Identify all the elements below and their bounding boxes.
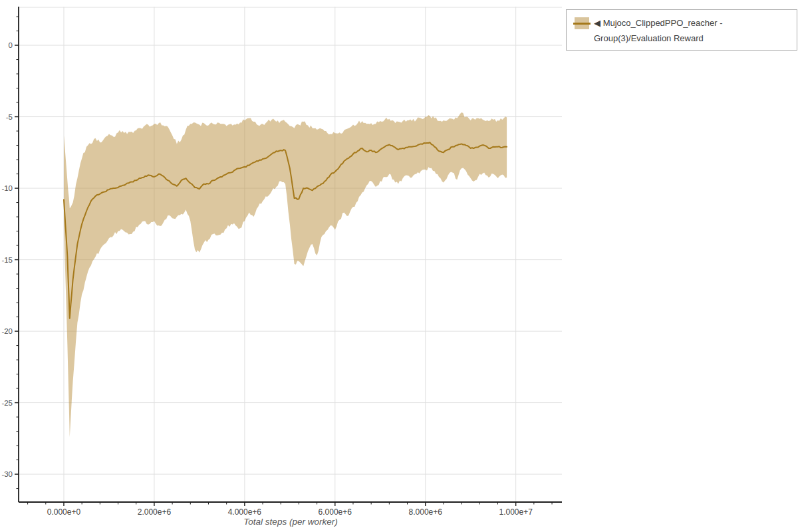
y-tick-label: -20 [1, 327, 13, 335]
legend-label-text: Mujoco_ClippedPPO_reacher - Group(3)/Eva… [594, 18, 723, 43]
x-tick-label: 8.000e+6 [409, 507, 443, 517]
legend-label: ◀ Mujoco_ClippedPPO_reacher - Group(3)/E… [594, 15, 791, 46]
y-tick-labels: 0-5-10-15-20-25-30 [1, 41, 13, 478]
x-grid [64, 7, 516, 502]
legend-collapse-icon: ◀ [594, 18, 600, 28]
x-tick-labels: 0.000e+02.000e+64.000e+66.000e+68.000e+6… [47, 507, 533, 517]
x-axis-title: Total steps (per worker) [243, 517, 337, 527]
x-tick-label: 1.000e+7 [499, 507, 533, 517]
y-tick-label: -10 [1, 184, 13, 192]
legend-line-sample [573, 23, 591, 25]
legend[interactable]: ◀ Mujoco_ClippedPPO_reacher - Group(3)/E… [566, 9, 797, 51]
x-tick-label: 2.000e+6 [138, 507, 172, 517]
axes [19, 7, 562, 502]
y-tick-label: -30 [1, 470, 13, 478]
ticks [15, 17, 552, 506]
plot-area: 0-5-10-15-20-25-300.000e+02.000e+64.000e… [0, 0, 798, 532]
legend-swatch-icon [573, 17, 591, 29]
chart-canvas[interactable]: 0-5-10-15-20-25-300.000e+02.000e+64.000e… [0, 0, 798, 532]
y-tick-label: 0 [9, 41, 13, 49]
x-tick-label: 0.000e+0 [47, 507, 81, 517]
y-tick-label: -15 [1, 256, 13, 264]
x-tick-label: 4.000e+6 [228, 507, 262, 517]
x-tick-label: 6.000e+6 [319, 507, 352, 517]
y-tick-label: -5 [6, 113, 13, 121]
chart-layers: 0-5-10-15-20-25-300.000e+02.000e+64.000e… [1, 7, 562, 517]
confidence-band [64, 112, 507, 437]
y-tick-label: -25 [1, 399, 13, 407]
